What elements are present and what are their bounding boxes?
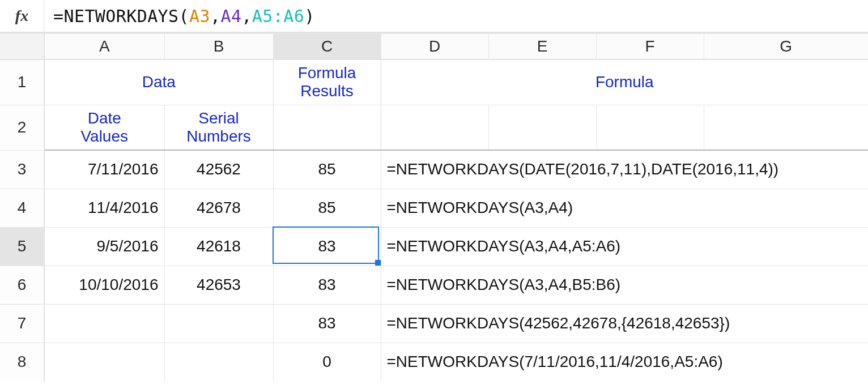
- spreadsheet-grid[interactable]: A B C D E F G 1 Data Formula Results For…: [0, 33, 868, 381]
- cell-G3[interactable]: [704, 150, 868, 189]
- cell-C6[interactable]: 83: [273, 266, 381, 304]
- row-2: 2 Date Values Serial Numbers: [0, 105, 868, 150]
- row-header-3[interactable]: 3: [0, 150, 44, 189]
- cell-A7[interactable]: [44, 304, 164, 343]
- cell-B8[interactable]: [164, 343, 273, 381]
- fx-button[interactable]: fx: [0, 0, 44, 32]
- sh-date-l1: Date: [88, 109, 121, 127]
- fb-eq: =: [53, 6, 63, 26]
- select-all-corner[interactable]: [0, 33, 44, 59]
- row-4: 4 11/4/2016 42678 85 =NETWORKDAYS(A3,A4): [0, 189, 868, 227]
- col-header-G[interactable]: G: [704, 33, 868, 59]
- fb-open: (: [179, 6, 189, 26]
- fb-fn: NETWORKDAYS: [63, 6, 178, 26]
- col-header-C[interactable]: C: [273, 33, 381, 59]
- cell-G4[interactable]: [704, 189, 868, 227]
- cell-D2[interactable]: [381, 105, 488, 150]
- cell-B6[interactable]: 42653: [164, 266, 273, 304]
- cell-C3[interactable]: 85: [273, 150, 381, 189]
- cell-E8[interactable]: [488, 343, 596, 381]
- section-header-formula[interactable]: Formula: [381, 59, 868, 105]
- subheader-date-values[interactable]: Date Values: [44, 105, 164, 150]
- section-header-formula-results[interactable]: Formula Results: [273, 59, 381, 105]
- cell-B3[interactable]: 42562: [164, 150, 273, 189]
- row-5: 5 9/5/2016 42618 83 =NETWORKDAYS(A3,A4,A…: [0, 227, 868, 266]
- subheader-serial-numbers[interactable]: Serial Numbers: [164, 105, 273, 150]
- cell-A3[interactable]: 7/11/2016: [44, 150, 164, 189]
- cell-A4[interactable]: 11/4/2016: [44, 189, 164, 227]
- formula-input[interactable]: =NETWORKDAYS(A3,A4,A5:A6): [44, 6, 315, 26]
- cell-A8[interactable]: [44, 343, 164, 381]
- fb-close: ): [304, 6, 314, 26]
- col-header-D[interactable]: D: [381, 33, 488, 59]
- cell-D5[interactable]: =NETWORKDAYS(A3,A4,A5:A6): [381, 227, 488, 266]
- row-header-6[interactable]: 6: [0, 266, 44, 304]
- row-3: 3 7/11/2016 42562 85 =NETWORKDAYS(DATE(2…: [0, 150, 868, 189]
- cell-E7[interactable]: [488, 304, 596, 343]
- cell-C7[interactable]: 83: [273, 304, 381, 343]
- h-formula-results-l2: Results: [300, 82, 353, 100]
- cell-G5[interactable]: [704, 227, 868, 266]
- row-header-1[interactable]: 1: [0, 59, 44, 105]
- fb-arg1: A3: [189, 6, 210, 26]
- cell-C2[interactable]: [273, 105, 381, 150]
- cell-D6[interactable]: =NETWORKDAYS(A3,A4,B5:B6): [381, 266, 488, 304]
- formula-bar: fx =NETWORKDAYS(A3,A4,A5:A6): [0, 0, 868, 33]
- row-8: 8 0 =NETWORKDAYS(7/11/2016,11/4/2016,A5:…: [0, 343, 868, 381]
- fb-arg2: A4: [220, 6, 241, 26]
- fb-sep1: ,: [210, 6, 220, 26]
- row-header-4[interactable]: 4: [0, 189, 44, 227]
- cell-C5[interactable]: 83: [273, 227, 381, 266]
- cell-D3[interactable]: =NETWORKDAYS(DATE(2016,7,11),DATE(2016,1…: [381, 150, 488, 189]
- col-header-A[interactable]: A: [44, 33, 164, 59]
- cell-E4[interactable]: [488, 189, 596, 227]
- row-header-2[interactable]: 2: [0, 105, 44, 150]
- row-header-5[interactable]: 5: [0, 227, 44, 266]
- cell-F4[interactable]: [596, 189, 704, 227]
- cell-G6[interactable]: [704, 266, 868, 304]
- row-6: 6 10/10/2016 42653 83 =NETWORKDAYS(A3,A4…: [0, 266, 868, 304]
- cell-C4[interactable]: 85: [273, 189, 381, 227]
- col-header-E[interactable]: E: [488, 33, 596, 59]
- fb-arg3: A5:A6: [252, 6, 304, 26]
- sh-serial-l1: Serial: [198, 109, 239, 127]
- cell-A5[interactable]: 9/5/2016: [44, 227, 164, 266]
- cell-A6[interactable]: 10/10/2016: [44, 266, 164, 304]
- col-header-B[interactable]: B: [164, 33, 273, 59]
- cell-B4[interactable]: 42678: [164, 189, 273, 227]
- row-1: 1 Data Formula Results Formula: [0, 59, 868, 105]
- cell-F2[interactable]: [596, 105, 704, 150]
- cell-D8[interactable]: =NETWORKDAYS(7/11/2016,11/4/2016,A5:A6): [381, 343, 488, 381]
- fx-icon: fx: [15, 7, 28, 25]
- column-header-row: A B C D E F G: [0, 33, 868, 59]
- cell-G7[interactable]: [704, 304, 868, 343]
- row-header-7[interactable]: 7: [0, 304, 44, 343]
- sh-serial-l2: Numbers: [186, 127, 251, 145]
- cell-G8[interactable]: [704, 343, 868, 381]
- cell-E3[interactable]: [488, 150, 596, 189]
- fb-sep2: ,: [241, 6, 252, 26]
- cell-F8[interactable]: [596, 343, 704, 381]
- cell-E2[interactable]: [488, 105, 596, 150]
- cell-F6[interactable]: [596, 266, 704, 304]
- cell-B5[interactable]: 42618: [164, 227, 273, 266]
- row-7: 7 83 =NETWORKDAYS(42562,42678,{42618,426…: [0, 304, 868, 343]
- cell-F5[interactable]: [596, 227, 704, 266]
- cell-C8[interactable]: 0: [273, 343, 381, 381]
- cell-D7[interactable]: =NETWORKDAYS(42562,42678,{42618,42653}): [381, 304, 488, 343]
- cell-E5[interactable]: [488, 227, 596, 266]
- row-header-8[interactable]: 8: [0, 343, 44, 381]
- cell-D4[interactable]: =NETWORKDAYS(A3,A4): [381, 189, 488, 227]
- cell-F3[interactable]: [596, 150, 704, 189]
- sh-date-l2: Values: [80, 127, 128, 145]
- col-header-F[interactable]: F: [596, 33, 704, 59]
- section-header-data[interactable]: Data: [44, 59, 273, 105]
- cell-F7[interactable]: [596, 304, 704, 343]
- cell-B7[interactable]: [164, 304, 273, 343]
- cell-G2[interactable]: [704, 105, 868, 150]
- cell-E6[interactable]: [488, 266, 596, 304]
- h-formula-results-l1: Formula: [298, 64, 356, 82]
